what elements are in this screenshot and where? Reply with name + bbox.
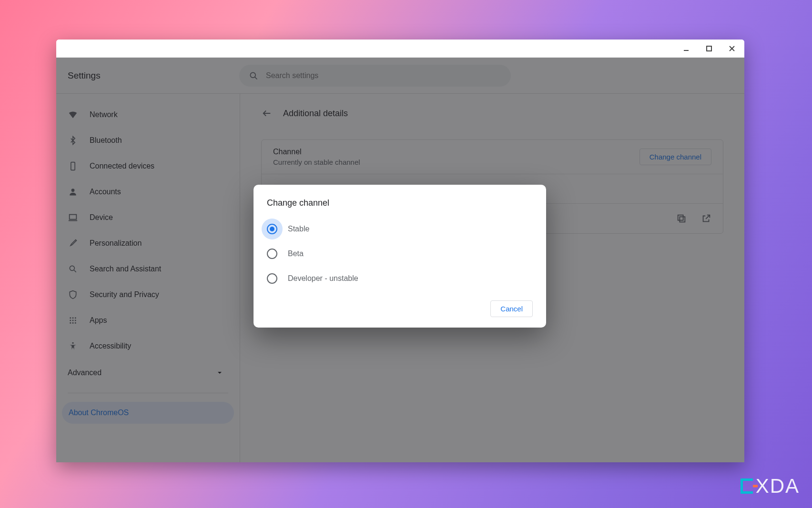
- window-titlebar: [56, 40, 744, 58]
- radio-halo: [262, 219, 283, 239]
- close-button[interactable]: [724, 41, 740, 56]
- maximize-button[interactable]: [701, 41, 717, 56]
- xda-watermark: XDA: [741, 475, 800, 498]
- radio-label: Beta: [288, 249, 304, 258]
- radio-icon: [267, 273, 277, 284]
- dialog-title: Change channel: [267, 198, 533, 208]
- watermark-text: XDA: [756, 475, 800, 498]
- radio-option-beta[interactable]: Beta: [267, 243, 533, 264]
- radio-label: Developer - unstable: [288, 274, 358, 283]
- cancel-button[interactable]: Cancel: [490, 300, 533, 317]
- xda-bracket-icon: [741, 478, 753, 494]
- radio-icon: [267, 224, 277, 234]
- minimize-button[interactable]: [679, 41, 694, 56]
- radio-option-developer[interactable]: Developer - unstable: [267, 268, 533, 289]
- radio-option-stable[interactable]: Stable: [267, 219, 533, 239]
- radio-icon: [267, 249, 277, 259]
- dialog-actions: Cancel: [267, 300, 533, 317]
- change-channel-dialog: Change channel Stable Beta Developer - u…: [254, 185, 546, 328]
- radio-label: Stable: [288, 225, 309, 233]
- svg-rect-1: [707, 46, 711, 51]
